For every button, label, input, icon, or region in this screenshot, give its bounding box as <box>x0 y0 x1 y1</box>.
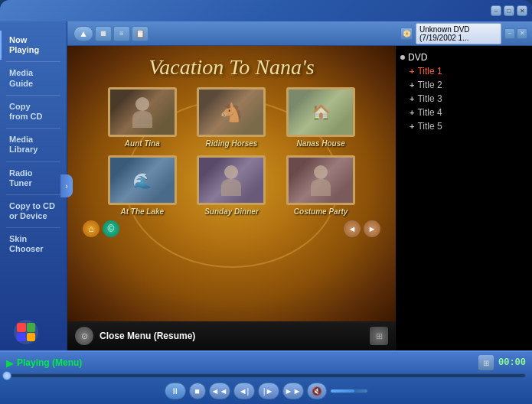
dvd-icons-left: ⌂ © <box>83 220 119 237</box>
progress-thumb[interactable] <box>2 371 11 380</box>
video-status-bar: ⊙ Close Menu (Resume) ⊞ <box>67 321 396 350</box>
tree-label-title-4: Title 4 <box>417 107 442 118</box>
dvd-prev-button[interactable]: ◄ <box>344 220 361 237</box>
thumbnail-aunt-tina[interactable]: Aunt Tina <box>102 87 184 148</box>
playback-area: ▶ Playing (Menu) ⊞ 00:00 ⏸ ■ ◄◄ ◄| |► ►►… <box>0 350 532 404</box>
progress-bar[interactable] <box>6 373 526 378</box>
play-indicator: ▶ Playing (Menu) <box>6 357 82 369</box>
tree-bullet-dvd <box>400 55 405 60</box>
tree-item-title-3[interactable]: + Title 3 <box>400 92 527 106</box>
sidebar-collapse-arrow[interactable]: › <box>60 174 73 197</box>
thumb-label-costume-party: Costume Party <box>294 207 348 216</box>
tree-label-title-1: Title 1 <box>417 66 442 77</box>
win-logo-blue <box>17 333 26 342</box>
windows-logo[interactable] <box>14 320 38 344</box>
status-menu-icon: ⊙ <box>75 327 93 345</box>
win-logo-green <box>27 323 36 332</box>
previous-button[interactable]: ◄| <box>233 383 255 399</box>
dvd-menu-title: Vacation To Nana's <box>149 55 315 80</box>
thumbnail-costume-party[interactable]: Costume Party <box>280 155 362 216</box>
status-copy-icon[interactable]: ⊞ <box>370 327 388 345</box>
status-text: Close Menu (Resume) <box>100 331 195 341</box>
win-logo-yellow <box>27 333 36 342</box>
next-button[interactable]: |► <box>258 383 279 399</box>
fast-forward-button[interactable]: ►► <box>282 383 304 399</box>
volume-fill <box>331 389 354 393</box>
right-minimize-button[interactable]: − <box>504 28 515 39</box>
tree-item-dvd[interactable]: DVD <box>400 50 527 64</box>
tree-label-dvd: DVD <box>408 52 427 63</box>
controls-row: ⏸ ■ ◄◄ ◄| |► ►► 🔇 <box>6 382 526 401</box>
tree-plus-3: + <box>410 95 414 103</box>
sidebar-item-now-playing[interactable]: NowPlaying <box>0 31 67 60</box>
dvd-home-icon[interactable]: ⌂ <box>83 220 100 237</box>
mute-button[interactable]: 🔇 <box>307 383 327 399</box>
time-display: 00:00 <box>498 357 526 368</box>
playback-copy-icon[interactable]: ⊞ <box>478 355 494 370</box>
dvd-copy-icon[interactable]: © <box>103 220 119 237</box>
toolbar-left: ▲ ⏹ ≡ 📋 <box>73 26 149 41</box>
win-logo-red <box>17 323 26 332</box>
maximize-button[interactable]: □ <box>504 5 514 16</box>
thumb-label-riding-horses: Riding Horses <box>206 139 258 148</box>
tree-item-title-2[interactable]: + Title 2 <box>400 78 527 92</box>
tree-plus-2: + <box>410 81 414 90</box>
thumb-img-sunday-dinner <box>197 155 266 205</box>
sidebar-item-media-library[interactable]: MediaLibrary <box>0 130 67 159</box>
tree-label-title-3: Title 3 <box>417 93 442 104</box>
toolbar-btn-1[interactable]: ⏹ <box>95 26 112 41</box>
thumb-img-costume-party <box>286 155 355 205</box>
dvd-icon-small: 📀 <box>400 28 413 40</box>
tree-plus-5: + <box>410 122 414 131</box>
player-container: − □ ✕ NowPlaying MediaGuide Copyfrom CD … <box>0 0 532 404</box>
tree-item-title-4[interactable]: + Title 4 <box>400 106 527 119</box>
top-toolbar: ▲ ⏹ ≡ 📋 <box>67 21 396 46</box>
pause-button[interactable]: ⏸ <box>165 383 186 399</box>
tree-item-title-5[interactable]: + Title 5 <box>400 119 527 133</box>
thumbnail-riding-horses[interactable]: 🐴 Riding Horses <box>191 87 273 148</box>
nav-divider-2 <box>6 95 60 96</box>
progress-row <box>6 370 526 382</box>
toolbar-btn-3[interactable]: 📋 <box>132 26 149 41</box>
title-bar-buttons: − □ ✕ <box>491 5 527 16</box>
tree-plus-1: + <box>410 67 414 76</box>
sidebar-item-copy-to-cd[interactable]: Copy to CDor Device <box>0 197 67 226</box>
thumbnail-sunday-dinner[interactable]: Sunday Dinner <box>191 155 273 216</box>
minimize-button[interactable]: − <box>491 5 501 16</box>
dvd-icons-right: ◄ ► <box>344 220 380 237</box>
up-button[interactable]: ▲ <box>73 26 93 41</box>
thumb-img-nanas-house: 🏠 <box>286 87 355 137</box>
sidebar-item-skin-chooser[interactable]: SkinChooser <box>0 230 67 259</box>
close-button[interactable]: ✕ <box>517 5 527 16</box>
thumb-label-nanas-house: Nanas House <box>296 139 344 148</box>
sidebar-nav: NowPlaying MediaGuide Copyfrom CD MediaL… <box>0 31 67 259</box>
thumbnail-nanas-house[interactable]: 🏠 Nanas House <box>280 87 362 148</box>
rewind-button[interactable]: ◄◄ <box>209 383 230 399</box>
sidebar-item-copy-from-cd[interactable]: Copyfrom CD <box>0 97 67 126</box>
volume-slider[interactable] <box>330 389 368 393</box>
thumb-img-aunt-tina <box>108 87 177 137</box>
dvd-bottom-icons: ⌂ © ◄ ► <box>77 220 387 237</box>
play-triangle-icon: ▶ <box>6 357 14 369</box>
playback-status-row: ▶ Playing (Menu) ⊞ 00:00 <box>6 355 526 370</box>
stop-button[interactable]: ■ <box>189 383 206 399</box>
tree-plus-4: + <box>410 109 414 117</box>
playback-status-text: Playing (Menu) <box>17 357 82 368</box>
sidebar-item-media-guide[interactable]: MediaGuide <box>0 64 67 93</box>
sidebar: NowPlaying MediaGuide Copyfrom CD MediaL… <box>0 21 67 350</box>
center-content: ▲ ⏹ ≡ 📋 Vacation To Nana's <box>67 21 396 350</box>
thumbnail-at-lake[interactable]: 🌊 At The Lake <box>102 155 184 216</box>
dvd-next-button[interactable]: ► <box>364 220 380 237</box>
dvd-menu: Vacation To Nana's <box>67 46 396 321</box>
dvd-tree: DVD + Title 1 + Title 2 + Title 3 <box>396 46 532 350</box>
toolbar-btn-2[interactable]: ≡ <box>113 26 130 41</box>
sidebar-item-radio-tuner[interactable]: RadioTuner <box>0 164 67 193</box>
dvd-dropdown[interactable]: Unknown DVD (7/19/2002 1... <box>416 23 501 44</box>
tree-item-title-1[interactable]: + Title 1 <box>400 64 527 78</box>
right-top-icons: − ✕ <box>504 28 527 39</box>
main-layout: NowPlaying MediaGuide Copyfrom CD MediaL… <box>0 21 532 350</box>
thumb-img-at-lake: 🌊 <box>108 155 177 205</box>
right-close-button[interactable]: ✕ <box>517 28 527 39</box>
thumb-img-riding-horses: 🐴 <box>197 87 266 137</box>
tree-label-title-2: Title 2 <box>417 80 442 90</box>
